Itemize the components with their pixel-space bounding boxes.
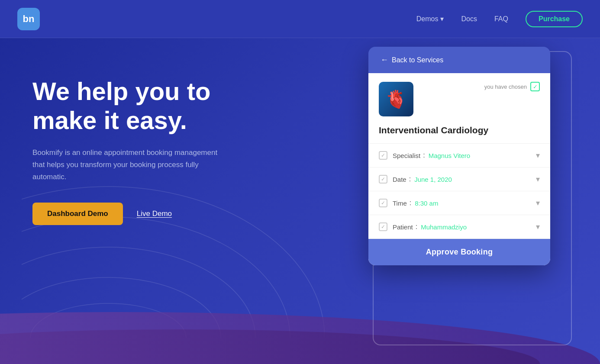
dashboard-demo-label: Dashboard Demo — [47, 209, 108, 218]
specialist-row[interactable]: ✓ Specialist : Magnus Vitero ▾ — [368, 144, 550, 168]
purchase-label: Purchase — [539, 15, 570, 23]
patient-check-icon: ✓ — [379, 222, 387, 231]
chosen-badge: you have chosen ✓ — [484, 82, 540, 91]
back-label: Back to Services — [392, 56, 443, 64]
time-arrow-icon: ▾ — [536, 198, 540, 208]
service-row: you have chosen ✓ — [368, 73, 550, 125]
nav-docs[interactable]: Docs — [461, 15, 477, 23]
dashboard-demo-button[interactable]: Dashboard Demo — [32, 203, 123, 225]
logo[interactable]: bn — [17, 8, 40, 30]
hero-heading: We help you to make it easy. — [32, 77, 266, 135]
date-row[interactable]: ✓ Date : June 1, 2020 ▾ — [368, 168, 550, 191]
specialist-arrow-icon: ▾ — [536, 151, 540, 160]
time-value: 8:30 am — [415, 200, 438, 207]
service-image — [379, 82, 413, 116]
chosen-label: you have chosen — [484, 84, 527, 90]
date-check-icon: ✓ — [379, 175, 387, 184]
nav-faq[interactable]: FAQ — [494, 15, 508, 23]
hero-subtext: Bookmify is an online appointment bookin… — [32, 147, 223, 183]
faq-label: FAQ — [494, 15, 508, 23]
booking-card-wrapper: ← Back to Services you have chosen ✓ Int… — [368, 47, 568, 341]
back-to-services-link[interactable]: ← Back to Services — [381, 55, 538, 64]
date-arrow-icon: ▾ — [536, 174, 540, 184]
patient-arrow-icon: ▾ — [536, 222, 540, 232]
specialist-check-icon: ✓ — [379, 151, 387, 160]
hero-section: We help you to make it easy. Bookmify is… — [0, 38, 600, 364]
approve-label: Approve Booking — [426, 248, 493, 256]
date-value: June 1, 2020 — [414, 176, 452, 183]
back-arrow-icon: ← — [381, 55, 388, 64]
hero-buttons: Dashboard Demo Live Demo — [32, 203, 266, 225]
purchase-button[interactable]: Purchase — [526, 11, 583, 27]
hero-content: We help you to make it easy. Bookmify is… — [32, 77, 266, 225]
patient-row[interactable]: ✓ Patient : Muhammadziyo ▾ — [368, 215, 550, 239]
date-label: Date — [393, 176, 406, 183]
patient-label: Patient — [393, 223, 413, 231]
live-demo-label: Live Demo — [137, 209, 172, 218]
docs-label: Docs — [461, 15, 477, 23]
card-body: you have chosen ✓ Interventional Cardiol… — [368, 73, 550, 265]
card-header: ← Back to Services — [368, 47, 550, 73]
service-title: Interventional Cardiology — [368, 125, 550, 144]
specialist-value: Magnus Vitero — [429, 152, 470, 159]
live-demo-button[interactable]: Live Demo — [137, 209, 172, 218]
demos-arrow-icon: ▾ — [440, 15, 444, 23]
navbar: bn Demos ▾ Docs FAQ Purchase — [0, 0, 600, 38]
specialist-label: Specialist — [393, 152, 420, 159]
nav-links: Demos ▾ Docs FAQ Purchase — [416, 11, 583, 27]
time-label: Time — [393, 200, 407, 207]
logo-text: bn — [23, 13, 35, 25]
approve-booking-button[interactable]: Approve Booking — [368, 239, 550, 265]
time-row[interactable]: ✓ Time : 8:30 am ▾ — [368, 191, 550, 215]
chosen-check-icon: ✓ — [530, 82, 540, 91]
demos-label: Demos — [416, 15, 439, 23]
time-check-icon: ✓ — [379, 199, 387, 207]
patient-value: Muhammadziyo — [421, 223, 467, 231]
booking-card: ← Back to Services you have chosen ✓ Int… — [368, 47, 550, 265]
nav-demos[interactable]: Demos ▾ — [416, 15, 444, 23]
